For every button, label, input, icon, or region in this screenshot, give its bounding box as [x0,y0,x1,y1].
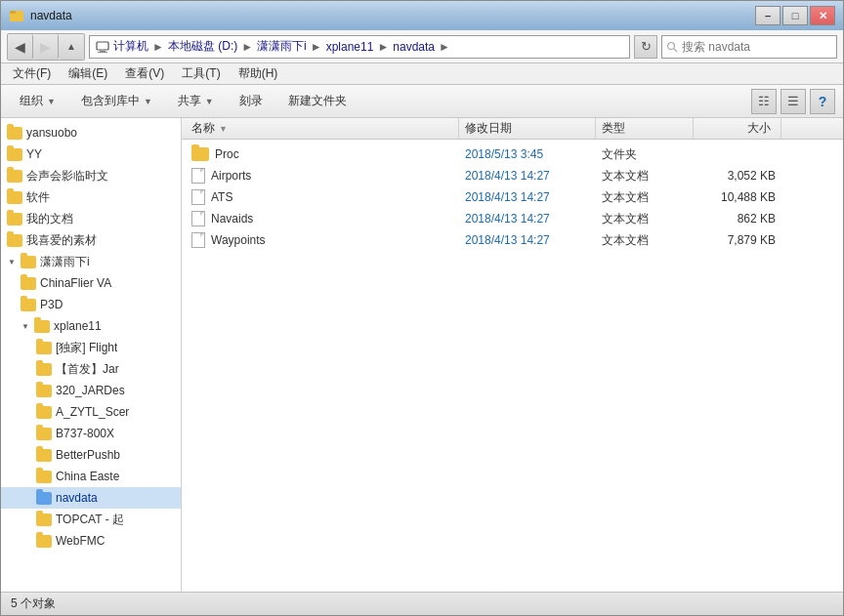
file-row[interactable]: Proc 2018/5/13 3:45 文件夹 [182,144,843,165]
sidebar-item-label: navdata [56,491,98,505]
svg-line-6 [674,49,677,52]
sidebar-item-topcat[interactable]: TOPCAT - 起 [1,509,181,530]
sidebar-item-chinaeastern[interactable]: China Easte [1,466,181,487]
organize-button[interactable]: 组织 ▼ [9,89,66,114]
folder-icon [36,492,52,505]
sidebar-item-label: TOPCAT - 起 [56,512,124,528]
sidebar-item-software[interactable]: 软件 [1,186,181,208]
sidebar-item-label: 【首发】Jar [56,361,119,378]
file-name: ATS [211,190,232,204]
path-drive[interactable]: 本地磁盘 (D:) [168,38,237,55]
sidebar-item-favorites[interactable]: 我喜爱的素材 [1,229,181,251]
view-details-button[interactable]: ☰ [781,89,806,114]
forward-button[interactable]: ▶ [33,34,59,60]
sidebar-item-azytl[interactable]: A_ZYTL_Scer [1,401,181,423]
computer-icon [96,40,109,54]
path-computer[interactable]: 计算机 [113,38,148,55]
sidebar-item-label: 我喜爱的素材 [26,232,97,249]
maximize-button[interactable]: □ [782,6,808,25]
file-name: Waypoints [211,233,266,247]
sidebar-item-label: 会声会影临时文 [26,168,108,185]
file-name: Airports [211,169,251,183]
address-path[interactable]: 计算机 ► 本地磁盘 (D:) ► 潇潇雨下i ► xplane11 ► nav… [89,35,630,59]
file-row[interactable]: ATS 2018/4/13 14:27 文本文档 10,488 KB [182,186,843,208]
minimize-button[interactable]: – [755,6,781,25]
file-name-cell: Navaids [186,211,459,226]
folder-icon [36,342,52,354]
file-name-cell: Proc [186,147,459,161]
organize-arrow: ▼ [47,97,56,106]
file-size: 7,879 KB [694,233,781,247]
file-name-cell: Waypoints [186,232,459,248]
sidebar: yansuobo YY 会声会影临时文 软件 我的文档 我喜爱的素材 [1,118,182,592]
file-row[interactable]: Airports 2018/4/13 14:27 文本文档 3,052 KB [182,165,843,186]
sidebar-item-mydocs[interactable]: 我的文档 [1,208,181,229]
file-size: 862 KB [694,212,781,226]
search-input[interactable] [682,40,832,54]
file-name: Navaids [211,212,253,226]
file-list-header: 名称 ▼ 修改日期 类型 大小 [182,118,843,140]
sidebar-item-p3d[interactable]: P3D [1,294,181,315]
menu-tools[interactable]: 工具(T) [174,63,228,84]
close-button[interactable]: ✕ [810,6,835,25]
share-button[interactable]: 共享 ▼ [167,89,225,114]
sidebar-item-shoufa[interactable]: 【首发】Jar [1,358,181,380]
title-bar-left: navdata [9,8,72,23]
address-path-text: 计算机 ► 本地磁盘 (D:) ► 潇潇雨下i ► xplane11 ► nav… [96,38,452,55]
col-header-type[interactable]: 类型 [596,118,694,139]
file-type: 文本文档 [596,189,694,206]
sidebar-item-label: 320_JARDes [56,384,125,397]
col-header-date[interactable]: 修改日期 [459,118,596,139]
file-type: 文本文档 [596,232,694,249]
svg-rect-2 [97,42,108,50]
folder-icon [36,471,52,483]
sidebar-item-webfmc[interactable]: WebFMC [1,530,181,552]
sidebar-item-320jar[interactable]: 320_JARDes [1,380,181,401]
file-name: Proc [215,147,239,161]
file-date: 2018/4/13 14:27 [459,169,596,183]
sidebar-item-label: B737-800X [56,427,114,440]
col-header-size[interactable]: 大小 [694,118,781,139]
window: navdata – □ ✕ ◀ ▶ ▲ 计算机 ► 本地磁盘 (D:) [0,0,844,616]
folder-icon [36,535,52,548]
include-label: 包含到库中 [81,93,140,109]
sidebar-item-label: YY [26,147,42,161]
sidebar-item-label: yansuobo [26,126,77,140]
file-row[interactable]: Waypoints 2018/4/13 14:27 文本文档 7,879 KB [182,229,843,251]
folder-icon [36,428,52,440]
folder-icon [7,234,22,247]
folder-icon [191,147,209,161]
include-button[interactable]: 包含到库中 ▼ [70,89,163,114]
sidebar-item-betterpushb[interactable]: BetterPushb [1,444,181,466]
new-folder-button[interactable]: 新建文件夹 [277,89,358,114]
search-bar[interactable] [661,35,837,59]
view-toggle-button[interactable]: ☷ [751,89,777,114]
sidebar-item-yy[interactable]: YY [1,144,181,165]
help-button[interactable]: ? [810,89,835,114]
file-date: 2018/4/13 14:27 [459,233,596,247]
sidebar-item-xiaoxiao[interactable]: ▼ 潇潇雨下i [1,251,181,272]
sidebar-item-b737[interactable]: B737-800X [1,423,181,444]
path-navdata[interactable]: navdata [393,40,435,54]
sidebar-item-chinaflier[interactable]: ChinaFlier VA [1,272,181,294]
sidebar-item-navdata[interactable]: navdata [1,487,181,509]
sidebar-item-label: 我的文档 [26,211,73,227]
folder-icon [7,191,22,204]
path-xplane[interactable]: xplane11 [326,40,374,54]
file-row[interactable]: Navaids 2018/4/13 14:27 文本文档 862 KB [182,208,843,229]
back-button[interactable]: ◀ [8,34,33,60]
menu-edit[interactable]: 编辑(E) [61,63,115,84]
sidebar-item-yansuobo[interactable]: yansuobo [1,122,181,144]
menu-file[interactable]: 文件(F) [5,63,59,84]
sidebar-item-dujia[interactable]: [独家] Flight [1,337,181,358]
up-button[interactable]: ▲ [59,34,84,60]
sidebar-item-xplane11[interactable]: ▼ xplane11 [1,315,181,337]
col-header-name[interactable]: 名称 ▼ [186,118,459,139]
sidebar-item-huisheng[interactable]: 会声会影临时文 [1,165,181,186]
file-type: 文本文档 [596,168,694,185]
path-user[interactable]: 潇潇雨下i [257,38,307,55]
burn-button[interactable]: 刻录 [229,89,274,114]
menu-view[interactable]: 查看(V) [117,63,172,84]
menu-help[interactable]: 帮助(H) [231,63,286,84]
refresh-button[interactable]: ↻ [634,35,657,59]
